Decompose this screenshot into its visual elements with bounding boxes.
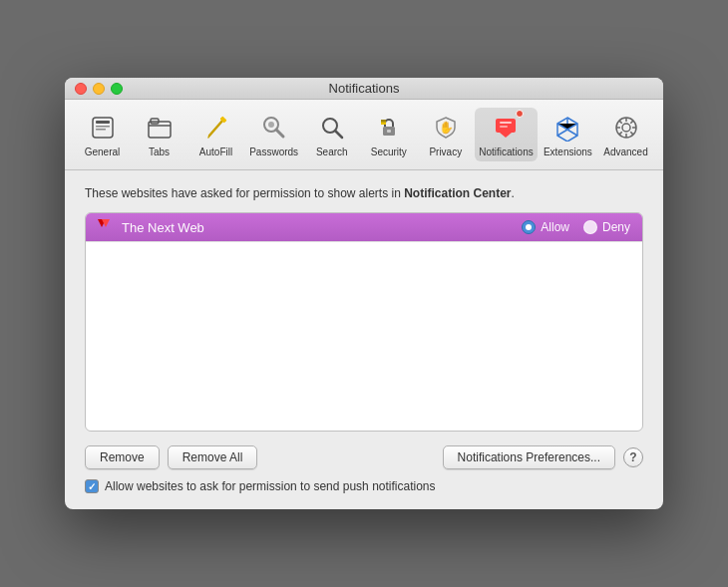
sites-list: The Next Web Allow Deny (85, 212, 643, 432)
checkbox-row: Allow websites to ask for permission to … (85, 479, 643, 493)
site-name: The Next Web (122, 220, 204, 235)
push-notifications-checkbox[interactable] (85, 479, 99, 493)
deny-label: Deny (602, 220, 630, 234)
svg-line-32 (618, 132, 621, 135)
search-icon (316, 112, 348, 144)
passwords-label: Passwords (249, 147, 298, 157)
toolbar-item-tabs[interactable]: Tabs (132, 108, 186, 161)
title-bar: Notifications (65, 78, 663, 100)
extensions-label: Extensions (544, 147, 592, 157)
description-bold: Notification Center (404, 186, 511, 200)
toolbar-item-search[interactable]: Search (304, 108, 359, 161)
remove-button[interactable]: Remove (85, 445, 160, 469)
minimize-button[interactable] (93, 83, 105, 95)
general-label: General (85, 147, 121, 157)
remove-all-button[interactable]: Remove All (168, 445, 258, 469)
traffic-lights (75, 83, 123, 95)
autofill-icon (200, 112, 232, 144)
advanced-icon (610, 112, 642, 144)
general-icon (87, 112, 119, 144)
notifications-icon (490, 112, 522, 144)
svg-line-31 (630, 121, 633, 124)
allow-radio-button[interactable] (522, 220, 536, 234)
svg-rect-21 (500, 126, 508, 128)
toolbar-item-passwords[interactable]: Passwords (245, 108, 302, 161)
svg-rect-16 (387, 130, 391, 133)
buttons-left: Remove Remove All (85, 445, 257, 469)
allow-radio-option[interactable]: Allow (522, 220, 569, 234)
security-label: Security (371, 147, 407, 157)
description-text: These websites have asked for permission… (85, 186, 643, 200)
zoom-button[interactable] (111, 83, 123, 95)
extensions-icon (551, 112, 583, 144)
checkbox-label: Allow websites to ask for permission to … (105, 479, 436, 493)
table-row[interactable]: The Next Web Allow Deny (86, 213, 642, 242)
row-left: The Next Web (98, 219, 204, 235)
autofill-label: AutoFill (199, 147, 232, 157)
toolbar-item-autofill[interactable]: AutoFill (188, 108, 243, 161)
content-area: These websites have asked for permission… (65, 170, 663, 509)
site-favicon (98, 219, 114, 235)
close-button[interactable] (75, 83, 87, 95)
svg-rect-20 (500, 122, 512, 124)
deny-radio-option[interactable]: Deny (583, 220, 630, 234)
svg-line-30 (630, 132, 633, 135)
buttons-right: Notifications Preferences... ? (443, 445, 643, 469)
svg-line-7 (209, 120, 223, 136)
window-title: Notifications (329, 81, 400, 96)
buttons-row: Remove Remove All Notifications Preferen… (85, 445, 643, 469)
tabs-label: Tabs (149, 147, 170, 157)
svg-line-11 (276, 130, 283, 137)
security-icon (373, 112, 405, 144)
svg-rect-3 (96, 129, 106, 131)
toolbar-item-security[interactable]: Security (361, 108, 416, 161)
toolbar-item-notifications[interactable]: Notifications (475, 108, 537, 161)
notification-badge (516, 110, 524, 118)
toolbar-item-privacy[interactable]: ✋ Privacy (418, 108, 473, 161)
privacy-icon: ✋ (430, 112, 462, 144)
svg-marker-19 (500, 133, 512, 138)
svg-text:✋: ✋ (438, 120, 453, 135)
svg-line-14 (335, 131, 342, 138)
advanced-label: Advanced (603, 147, 647, 157)
svg-rect-1 (96, 121, 110, 124)
help-button[interactable]: ? (623, 447, 643, 467)
privacy-label: Privacy (429, 147, 462, 157)
svg-line-29 (618, 121, 621, 124)
deny-radio-button[interactable] (583, 220, 597, 234)
svg-rect-2 (96, 126, 110, 128)
svg-line-8 (208, 136, 209, 138)
radio-group: Allow Deny (522, 220, 630, 234)
notifications-label: Notifications (479, 147, 533, 157)
toolbar-item-advanced[interactable]: Advanced (598, 108, 653, 161)
svg-point-12 (268, 122, 274, 128)
svg-point-24 (622, 124, 630, 132)
toolbar-item-extensions[interactable]: Extensions (540, 108, 596, 161)
allow-label: Allow (541, 220, 569, 234)
toolbar-item-general[interactable]: General (75, 108, 130, 161)
passwords-icon (258, 112, 290, 144)
preferences-window: Notifications General (65, 78, 663, 509)
tabs-icon (144, 112, 176, 144)
search-label: Search (316, 147, 348, 157)
toolbar: General Tabs AutoFill (65, 100, 663, 170)
notifications-preferences-button[interactable]: Notifications Preferences... (443, 445, 615, 469)
